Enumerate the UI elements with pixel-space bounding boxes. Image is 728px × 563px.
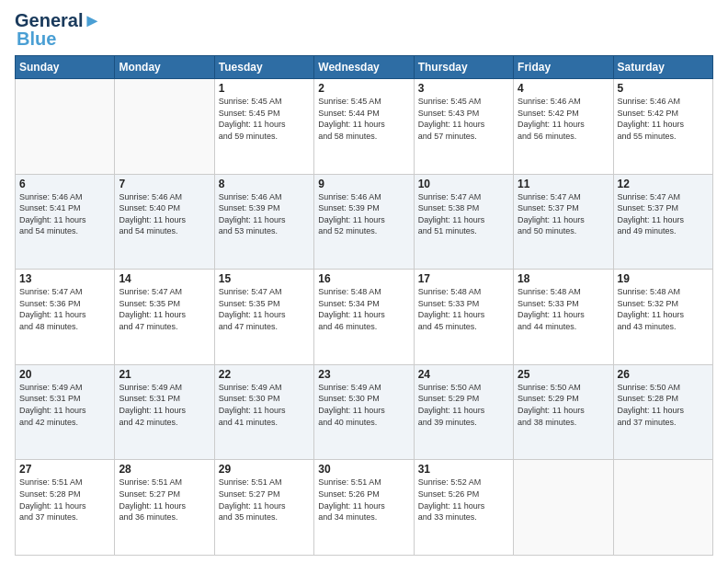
- day-number: 16: [318, 272, 409, 285]
- col-sunday: Sunday: [16, 56, 115, 79]
- day-detail: Sunrise: 5:47 AM Sunset: 5:37 PM Dayligh…: [518, 191, 609, 237]
- day-number: 30: [318, 463, 409, 476]
- calendar-cell: 5Sunrise: 5:46 AM Sunset: 5:42 PM Daylig…: [613, 79, 712, 175]
- day-number: 4: [518, 82, 609, 95]
- day-detail: Sunrise: 5:48 AM Sunset: 5:33 PM Dayligh…: [418, 286, 509, 332]
- day-number: 15: [219, 272, 310, 285]
- calendar-cell: 10Sunrise: 5:47 AM Sunset: 5:38 PM Dayli…: [414, 174, 513, 270]
- day-detail: Sunrise: 5:47 AM Sunset: 5:35 PM Dayligh…: [119, 286, 210, 332]
- week-row-3: 13Sunrise: 5:47 AM Sunset: 5:36 PM Dayli…: [16, 270, 713, 365]
- calendar-cell: 30Sunrise: 5:51 AM Sunset: 5:26 PM Dayli…: [314, 460, 414, 556]
- col-saturday: Saturday: [613, 56, 712, 79]
- calendar-cell: 8Sunrise: 5:46 AM Sunset: 5:39 PM Daylig…: [214, 174, 313, 270]
- day-detail: Sunrise: 5:45 AM Sunset: 5:43 PM Dayligh…: [418, 96, 509, 142]
- day-number: 22: [219, 368, 310, 381]
- day-detail: Sunrise: 5:48 AM Sunset: 5:34 PM Dayligh…: [318, 286, 409, 332]
- day-detail: Sunrise: 5:49 AM Sunset: 5:31 PM Dayligh…: [119, 382, 210, 428]
- calendar-cell: 21Sunrise: 5:49 AM Sunset: 5:31 PM Dayli…: [115, 364, 214, 460]
- day-number: 25: [518, 368, 609, 381]
- day-number: 17: [418, 272, 509, 285]
- day-detail: Sunrise: 5:48 AM Sunset: 5:33 PM Dayligh…: [518, 286, 609, 332]
- day-detail: Sunrise: 5:49 AM Sunset: 5:31 PM Dayligh…: [19, 382, 110, 428]
- day-number: 1: [219, 82, 310, 95]
- calendar-cell: 23Sunrise: 5:49 AM Sunset: 5:30 PM Dayli…: [314, 364, 414, 460]
- calendar-cell: 19Sunrise: 5:48 AM Sunset: 5:32 PM Dayli…: [613, 270, 712, 365]
- calendar-cell: 12Sunrise: 5:47 AM Sunset: 5:37 PM Dayli…: [613, 174, 712, 270]
- day-detail: Sunrise: 5:51 AM Sunset: 5:27 PM Dayligh…: [219, 477, 310, 523]
- header: General► Blue: [15, 11, 713, 48]
- calendar-cell: 16Sunrise: 5:48 AM Sunset: 5:34 PM Dayli…: [314, 270, 414, 365]
- col-wednesday: Wednesday: [314, 56, 414, 79]
- day-detail: Sunrise: 5:46 AM Sunset: 5:39 PM Dayligh…: [318, 191, 409, 237]
- day-number: 10: [418, 178, 509, 190]
- day-number: 5: [618, 82, 709, 95]
- calendar-cell: [613, 460, 712, 556]
- logo: General► Blue: [15, 11, 101, 48]
- day-detail: Sunrise: 5:51 AM Sunset: 5:28 PM Dayligh…: [19, 477, 110, 523]
- calendar-table: Sunday Monday Tuesday Wednesday Thursday…: [15, 55, 713, 556]
- day-number: 14: [119, 272, 210, 285]
- calendar-cell: 2Sunrise: 5:45 AM Sunset: 5:44 PM Daylig…: [314, 79, 414, 175]
- calendar-cell: 11Sunrise: 5:47 AM Sunset: 5:37 PM Dayli…: [514, 174, 613, 270]
- day-detail: Sunrise: 5:49 AM Sunset: 5:30 PM Dayligh…: [318, 382, 409, 428]
- calendar-cell: 7Sunrise: 5:46 AM Sunset: 5:40 PM Daylig…: [115, 174, 214, 270]
- day-number: 31: [418, 463, 509, 476]
- calendar-cell: 9Sunrise: 5:46 AM Sunset: 5:39 PM Daylig…: [314, 174, 414, 270]
- calendar-cell: 24Sunrise: 5:50 AM Sunset: 5:29 PM Dayli…: [414, 364, 513, 460]
- day-number: 20: [19, 368, 110, 381]
- calendar-cell: 20Sunrise: 5:49 AM Sunset: 5:31 PM Dayli…: [16, 364, 115, 460]
- week-row-2: 6Sunrise: 5:46 AM Sunset: 5:41 PM Daylig…: [16, 174, 713, 270]
- day-detail: Sunrise: 5:50 AM Sunset: 5:29 PM Dayligh…: [518, 382, 609, 428]
- day-detail: Sunrise: 5:45 AM Sunset: 5:45 PM Dayligh…: [219, 96, 310, 142]
- day-number: 26: [618, 368, 709, 381]
- calendar-cell: 31Sunrise: 5:52 AM Sunset: 5:26 PM Dayli…: [414, 460, 513, 556]
- day-detail: Sunrise: 5:50 AM Sunset: 5:28 PM Dayligh…: [618, 382, 709, 428]
- day-detail: Sunrise: 5:47 AM Sunset: 5:38 PM Dayligh…: [418, 191, 509, 237]
- col-tuesday: Tuesday: [214, 56, 313, 79]
- calendar-cell: 28Sunrise: 5:51 AM Sunset: 5:27 PM Dayli…: [115, 460, 214, 556]
- calendar-cell: 26Sunrise: 5:50 AM Sunset: 5:28 PM Dayli…: [613, 364, 712, 460]
- day-detail: Sunrise: 5:48 AM Sunset: 5:32 PM Dayligh…: [618, 286, 709, 332]
- day-number: 19: [618, 272, 709, 285]
- day-detail: Sunrise: 5:51 AM Sunset: 5:27 PM Dayligh…: [119, 477, 210, 523]
- day-number: 28: [119, 463, 210, 476]
- calendar-cell: 3Sunrise: 5:45 AM Sunset: 5:43 PM Daylig…: [414, 79, 513, 175]
- day-number: 2: [318, 82, 409, 95]
- calendar-cell: 15Sunrise: 5:47 AM Sunset: 5:35 PM Dayli…: [214, 270, 313, 365]
- col-thursday: Thursday: [414, 56, 513, 79]
- day-number: 13: [19, 272, 110, 285]
- day-detail: Sunrise: 5:47 AM Sunset: 5:36 PM Dayligh…: [19, 286, 110, 332]
- day-detail: Sunrise: 5:47 AM Sunset: 5:35 PM Dayligh…: [219, 286, 310, 332]
- day-number: 12: [618, 178, 709, 190]
- day-detail: Sunrise: 5:46 AM Sunset: 5:42 PM Dayligh…: [618, 96, 709, 142]
- col-friday: Friday: [514, 56, 613, 79]
- day-number: 29: [219, 463, 310, 476]
- day-detail: Sunrise: 5:46 AM Sunset: 5:41 PM Dayligh…: [19, 191, 110, 237]
- day-number: 9: [318, 178, 409, 190]
- day-number: 3: [418, 82, 509, 95]
- day-number: 6: [19, 178, 110, 190]
- col-monday: Monday: [115, 56, 214, 79]
- calendar-cell: 29Sunrise: 5:51 AM Sunset: 5:27 PM Dayli…: [214, 460, 313, 556]
- logo-blue: Blue: [17, 29, 56, 48]
- week-row-1: 1Sunrise: 5:45 AM Sunset: 5:45 PM Daylig…: [16, 79, 713, 175]
- calendar-cell: 4Sunrise: 5:46 AM Sunset: 5:42 PM Daylig…: [514, 79, 613, 175]
- calendar-cell: [16, 79, 115, 175]
- day-number: 8: [219, 178, 310, 190]
- calendar-cell: 1Sunrise: 5:45 AM Sunset: 5:45 PM Daylig…: [214, 79, 313, 175]
- day-number: 27: [19, 463, 110, 476]
- week-row-4: 20Sunrise: 5:49 AM Sunset: 5:31 PM Dayli…: [16, 364, 713, 460]
- calendar-cell: [115, 79, 214, 175]
- day-number: 21: [119, 368, 210, 381]
- day-number: 18: [518, 272, 609, 285]
- week-row-5: 27Sunrise: 5:51 AM Sunset: 5:28 PM Dayli…: [16, 460, 713, 556]
- calendar-cell: 17Sunrise: 5:48 AM Sunset: 5:33 PM Dayli…: [414, 270, 513, 365]
- calendar-cell: 18Sunrise: 5:48 AM Sunset: 5:33 PM Dayli…: [514, 270, 613, 365]
- day-number: 23: [318, 368, 409, 381]
- day-detail: Sunrise: 5:46 AM Sunset: 5:40 PM Dayligh…: [119, 191, 210, 237]
- day-number: 7: [119, 178, 210, 190]
- day-detail: Sunrise: 5:51 AM Sunset: 5:26 PM Dayligh…: [318, 477, 409, 523]
- calendar-cell: 13Sunrise: 5:47 AM Sunset: 5:36 PM Dayli…: [16, 270, 115, 365]
- calendar-cell: 27Sunrise: 5:51 AM Sunset: 5:28 PM Dayli…: [16, 460, 115, 556]
- calendar-cell: 25Sunrise: 5:50 AM Sunset: 5:29 PM Dayli…: [514, 364, 613, 460]
